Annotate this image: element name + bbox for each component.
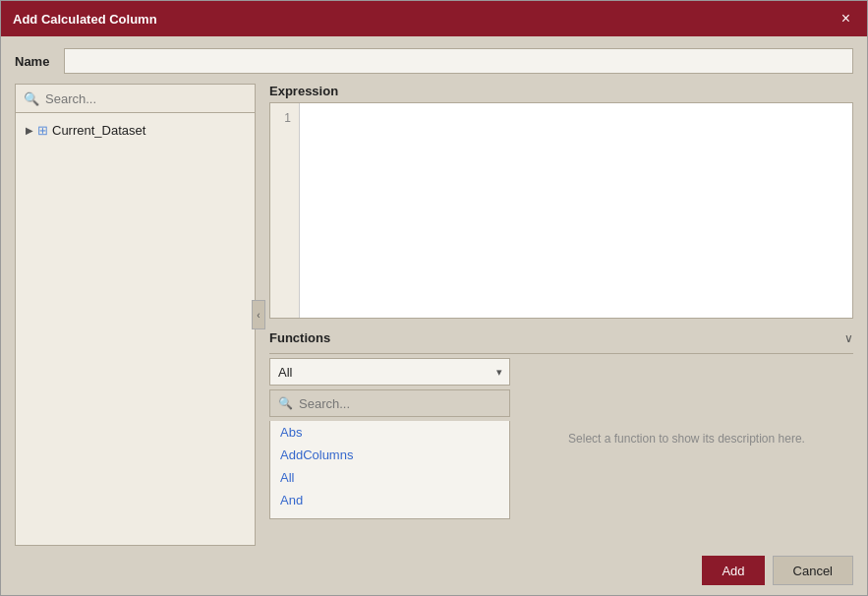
name-input[interactable]	[64, 48, 853, 74]
collapse-handle[interactable]: ‹	[252, 300, 265, 329]
function-description: Select a function to show its descriptio…	[520, 358, 853, 519]
function-search-input[interactable]	[299, 396, 501, 411]
dialog-footer: Add Cancel	[1, 546, 867, 595]
search-box: 🔍	[15, 84, 256, 113]
tree-item-current-dataset[interactable]: ▶ ⊞ Current_Dataset	[20, 119, 251, 142]
expression-editor: 1	[269, 102, 853, 319]
functions-left: All Math Text Date Logical Aggregation ▾	[269, 358, 510, 519]
left-panel: 🔍 ▶ ⊞ Current_Dataset ‹	[15, 84, 256, 546]
code-editor[interactable]	[300, 103, 852, 318]
function-search-icon: 🔍	[278, 396, 293, 410]
right-panel: Expression 1 Functions ∨	[256, 84, 853, 546]
functions-category-dropdown[interactable]: All Math Text Date Logical Aggregation	[269, 358, 510, 386]
add-button[interactable]: Add	[702, 556, 764, 585]
functions-body: All Math Text Date Logical Aggregation ▾	[269, 358, 853, 519]
functions-section: Functions ∨ All Math Text	[269, 327, 853, 519]
functions-chevron-icon[interactable]: ∨	[844, 331, 853, 345]
dialog-title: Add Calculated Column	[13, 12, 157, 27]
line-numbers: 1	[270, 103, 300, 318]
cancel-button[interactable]: Cancel	[773, 556, 853, 585]
function-search-box: 🔍	[269, 389, 510, 417]
search-icon: 🔍	[24, 91, 39, 106]
tree-item-label: Current_Dataset	[52, 123, 145, 138]
func-item-and[interactable]: And	[270, 489, 509, 511]
name-label: Name	[15, 54, 54, 69]
grid-icon: ⊞	[37, 123, 48, 138]
name-row: Name	[15, 48, 853, 74]
tree-area[interactable]: ▶ ⊞ Current_Dataset	[15, 113, 256, 546]
functions-divider	[269, 353, 853, 354]
main-area: 🔍 ▶ ⊞ Current_Dataset ‹ Exp	[15, 84, 853, 546]
function-list[interactable]: Abs AddColumns All And Average	[269, 421, 510, 519]
functions-dropdown-wrap: All Math Text Date Logical Aggregation ▾	[269, 358, 510, 386]
functions-label: Functions	[269, 330, 330, 345]
func-item-average[interactable]: Average	[270, 511, 509, 519]
search-input[interactable]	[45, 91, 247, 106]
func-item-all[interactable]: All	[270, 466, 509, 489]
title-bar: Add Calculated Column ×	[1, 1, 867, 36]
functions-header: Functions ∨	[269, 327, 853, 349]
function-description-text: Select a function to show its descriptio…	[568, 432, 805, 446]
add-calculated-column-dialog: Add Calculated Column × Name 🔍 ▶	[0, 0, 868, 596]
chevron-right-icon: ▶	[26, 125, 33, 136]
func-item-addcolumns[interactable]: AddColumns	[270, 444, 509, 466]
collapse-icon: ‹	[257, 310, 260, 321]
dialog-body: Name 🔍 ▶ ⊞ Current_Dataset	[1, 36, 867, 546]
expression-label: Expression	[269, 84, 853, 98]
func-item-abs[interactable]: Abs	[270, 421, 509, 444]
close-button[interactable]: ×	[837, 9, 855, 29]
